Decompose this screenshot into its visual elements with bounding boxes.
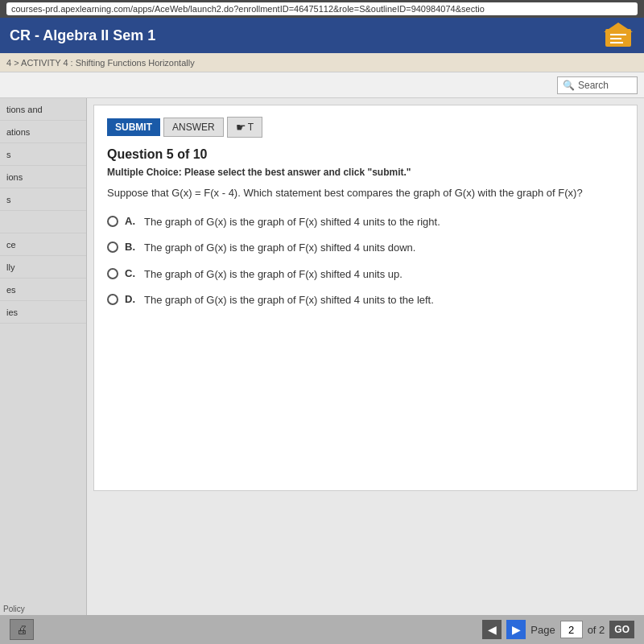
go-button[interactable]: GO [609,621,634,638]
breadcrumb-text: 4 > ACTIVITY 4 : Shifting Functions Hori… [6,58,195,68]
app-title: CR - Algebra II Sem 1 [10,27,155,44]
svg-marker-1 [604,23,633,32]
sidebar-item-6[interactable] [0,211,86,233]
print-button[interactable]: 🖨 [10,619,34,640]
submit-button[interactable]: SUBMIT [107,118,160,136]
search-box[interactable]: 🔍 Search [557,76,638,94]
sidebar-item-2[interactable]: ations [0,121,86,143]
sidebar-item-5[interactable]: s [0,188,86,211]
question-type: Multiple Choice: Please select the best … [107,167,624,178]
bottom-bar: 🖨 ◀ ▶ Page of 2 GO [0,615,644,644]
sidebar-item-4[interactable]: ions [0,166,86,188]
radio-c[interactable] [107,268,118,279]
option-d-label: D. [125,293,138,305]
search-label: Search [578,80,609,91]
radio-a[interactable] [107,216,118,227]
content-area: SUBMIT ANSWER ☛ T Question 5 of 10 Multi… [87,98,644,615]
prev-page-button[interactable]: ◀ [482,620,502,639]
next-page-button[interactable]: ▶ [506,620,526,639]
toolbar: SUBMIT ANSWER ☛ T [107,117,624,138]
sidebar-item-10[interactable]: ies [0,301,86,324]
main-layout: tions and ations s ions s ce lly es ies … [0,98,644,615]
option-a-label: A. [125,215,138,227]
app-logo [602,21,634,50]
question-body: Suppose that G(x) = F(x - 4). Which stat… [107,186,624,200]
sidebar-item-3[interactable]: s [0,143,86,166]
policy-link[interactable]: Policy [3,605,25,613]
print-area: 🖨 [10,619,34,640]
option-c-text: The graph of G(x) is the graph of F(x) s… [144,267,402,282]
app-header: CR - Algebra II Sem 1 [0,18,644,53]
option-d-text: The graph of G(x) is the graph of F(x) s… [144,293,434,308]
option-d[interactable]: D. The graph of G(x) is the graph of F(x… [107,293,624,308]
sidebar-item-9[interactable]: es [0,279,86,301]
radio-d[interactable] [107,294,118,305]
svg-rect-3 [610,38,621,39]
option-b-text: The graph of G(x) is the graph of F(x) s… [144,241,415,255]
printer-icon: 🖨 [16,623,27,636]
page-total: of 2 [588,624,605,636]
option-a[interactable]: A. The graph of G(x) is the graph of F(x… [107,215,624,229]
answer-button[interactable]: ANSWER [163,118,224,137]
url-bar: courses-prd.apexlearning.com/apps/AceWeb… [6,2,638,15]
sidebar-item-8[interactable]: lly [0,256,86,279]
option-b-label: B. [125,241,138,253]
radio-b[interactable] [107,242,118,253]
search-icon: 🔍 [563,80,575,91]
sidebar-item-7[interactable]: ce [0,233,86,256]
page-input[interactable] [560,621,583,638]
option-c[interactable]: C. The graph of G(x) is the graph of F(x… [107,267,624,282]
browser-chrome: courses-prd.apexlearning.com/apps/AceWeb… [0,0,644,18]
hint-button[interactable]: ☛ T [227,117,262,138]
answer-options: A. The graph of G(x) is the graph of F(x… [107,215,624,308]
option-c-label: C. [125,267,138,279]
hand-icon: ☛ [236,121,246,134]
svg-rect-4 [610,42,623,43]
breadcrumb: 4 > ACTIVITY 4 : Shifting Functions Hori… [0,53,644,72]
option-b[interactable]: B. The graph of G(x) is the graph of F(x… [107,241,624,255]
svg-rect-2 [610,34,626,35]
question-number: Question 5 of 10 [107,147,624,162]
search-bar: 🔍 Search [0,72,644,98]
page-label: Page [530,624,555,636]
option-a-text: The graph of G(x) is the graph of F(x) s… [144,215,440,229]
sidebar: tions and ations s ions s ce lly es ies … [0,98,87,615]
sidebar-item-1[interactable]: tions and [0,98,86,121]
question-panel: SUBMIT ANSWER ☛ T Question 5 of 10 Multi… [93,105,638,491]
